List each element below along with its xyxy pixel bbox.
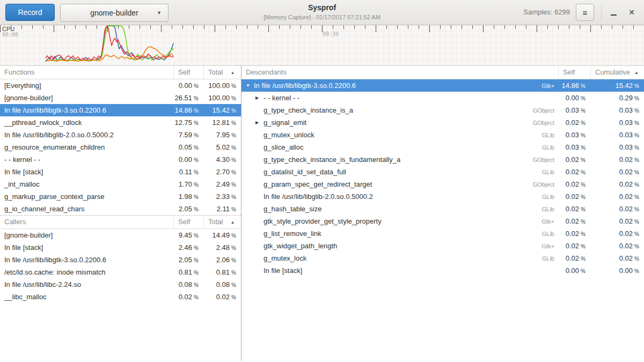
menu-button[interactable]: ≡ bbox=[576, 4, 594, 21]
self-value: 0.02% bbox=[558, 254, 590, 262]
total-value: 5.02% bbox=[203, 143, 241, 151]
descendants-column-header[interactable]: Descendants bbox=[241, 66, 558, 79]
total-value: 7.95% bbox=[203, 131, 241, 139]
table-row[interactable]: - - kernel - -0.00%4.30% bbox=[0, 153, 241, 166]
functions-panel: Functions Self Total▲ [Everything]0.00%1… bbox=[0, 66, 241, 362]
chevron-down-icon: ▼ bbox=[157, 10, 162, 16]
tree-row[interactable]: ▶g_signal_emitGObject0.02%0.03% bbox=[241, 116, 644, 129]
cumulative-value: 0.03% bbox=[590, 131, 644, 139]
descendant-name: g_hash_table_size bbox=[264, 205, 321, 213]
tree-row[interactable]: g_mutex_lockGLib0.02%0.02% bbox=[241, 252, 644, 264]
cumulative-value: 0.02% bbox=[590, 217, 644, 225]
descendant-name: g_type_check_instance_is_a bbox=[264, 106, 353, 114]
tree-row[interactable]: g_hash_table_sizeGLib0.02%0.02% bbox=[241, 203, 644, 215]
cpu-usage-lines bbox=[0, 25, 644, 65]
total-value: 14.49% bbox=[203, 231, 241, 239]
minimize-button[interactable] bbox=[604, 3, 623, 21]
cumulative-value: 0.03% bbox=[590, 106, 644, 114]
library-tag: GLib bbox=[542, 231, 558, 237]
library-tag: GLib bbox=[542, 144, 558, 151]
function-name: __libc_malloc bbox=[0, 293, 173, 301]
callers-column-header[interactable]: Callers bbox=[0, 216, 173, 228]
total-value: 4.30% bbox=[203, 156, 241, 164]
table-row[interactable]: g_io_channel_read_chars2.05%2.11% bbox=[0, 203, 241, 215]
function-name: g_markup_parse_context_parse bbox=[0, 193, 173, 201]
self-column-header[interactable]: Self bbox=[173, 216, 203, 228]
self-value: 0.81% bbox=[173, 268, 203, 276]
descendant-name: g_param_spec_get_redirect_target bbox=[264, 180, 372, 188]
tree-row[interactable]: gtk_widget_path_lengthGtk+0.02%0.02% bbox=[241, 240, 644, 252]
library-tag: Gtk+ bbox=[541, 83, 558, 89]
table-row[interactable]: [gnome-builder]26.51%100.00% bbox=[0, 92, 241, 104]
functions-column-header[interactable]: Functions bbox=[0, 66, 173, 79]
table-row[interactable]: g_resource_enumerate_children0.05%5.02% bbox=[0, 141, 241, 153]
close-button[interactable]: ✕ bbox=[623, 3, 641, 21]
table-row[interactable]: g_markup_parse_context_parse1.98%2.33% bbox=[0, 190, 241, 203]
window-title: Sysprof bbox=[172, 3, 472, 12]
table-row[interactable]: _int_malloc1.70%2.49% bbox=[0, 178, 241, 190]
descendants-list: ▼In file /usr/lib/libgtk-3.so.0.2200.6Gt… bbox=[241, 79, 644, 277]
self-column-header[interactable]: Self bbox=[173, 66, 203, 79]
library-tag: GObject bbox=[533, 157, 558, 163]
total-value: 2.33% bbox=[203, 193, 241, 201]
table-row[interactable]: In file [stack]0.11%2.70% bbox=[0, 166, 241, 178]
self-value: 0.03% bbox=[558, 131, 590, 139]
descendant-name: g_type_check_instance_is_fundamentally_a bbox=[264, 156, 400, 164]
total-column-header[interactable]: Total▲ bbox=[203, 216, 241, 228]
timeline-label-mid: 00:30 bbox=[323, 31, 339, 37]
cpu-usage-graph[interactable]: CPU 00:00 00:30 bbox=[0, 25, 644, 66]
self-value: 0.02% bbox=[558, 119, 590, 127]
descendants-panel: Descendants Self Cumulative▲ ▼In file /u… bbox=[241, 66, 644, 362]
descendant-name-cell: g_slice_allocGLib bbox=[241, 143, 558, 151]
tree-row[interactable]: ▼In file /usr/lib/libgtk-3.so.0.2200.6Gt… bbox=[241, 79, 644, 92]
total-value: 2.06% bbox=[203, 256, 241, 264]
tree-row[interactable]: In file [stack]0.00%0.00% bbox=[241, 264, 644, 277]
window-subtitle: [Memory Capture] - 01/17/2017 07:21:52 A… bbox=[172, 14, 472, 20]
record-button[interactable]: Record bbox=[5, 4, 55, 21]
table-row[interactable]: In file /usr/lib/libglib-2.0.so.0.5000.2… bbox=[0, 129, 241, 141]
descendant-name: g_list_remove_link bbox=[264, 230, 321, 238]
table-row[interactable]: In file /usr/lib/libgtk-3.so.0.2200.62.0… bbox=[0, 254, 241, 266]
cumulative-value: 0.03% bbox=[590, 143, 644, 151]
self-value: 0.00% bbox=[558, 94, 590, 102]
tree-row[interactable]: g_datalist_id_set_data_fullGLib0.02%0.02… bbox=[241, 166, 644, 178]
self-column-header[interactable]: Self bbox=[558, 66, 590, 79]
tree-row[interactable]: ▶- - kernel - -0.00%0.29% bbox=[241, 92, 644, 104]
tree-row[interactable]: gtk_style_provider_get_style_propertyGtk… bbox=[241, 215, 644, 227]
tree-row[interactable]: g_param_spec_get_redirect_targetGObject0… bbox=[241, 178, 644, 190]
self-value: 0.02% bbox=[558, 205, 590, 213]
tree-row[interactable]: g_list_remove_linkGLib0.02%0.02% bbox=[241, 227, 644, 240]
table-row[interactable]: In file [stack]2.46%2.48% bbox=[0, 241, 241, 254]
self-value: 14.86% bbox=[558, 82, 590, 90]
descendant-name: g_mutex_unlock bbox=[264, 131, 314, 139]
self-value: 1.98% bbox=[173, 193, 203, 201]
library-tag: GLib bbox=[542, 132, 558, 138]
tree-row[interactable]: g_type_check_instance_is_aGObject0.03%0.… bbox=[241, 104, 644, 116]
tree-row[interactable]: g_slice_allocGLib0.03%0.03% bbox=[241, 141, 644, 153]
function-name: - - kernel - - bbox=[0, 156, 173, 164]
table-row[interactable]: [gnome-builder]9.45%14.49% bbox=[0, 229, 241, 241]
header-separator bbox=[601, 4, 602, 20]
hamburger-icon: ≡ bbox=[583, 8, 588, 17]
cumulative-value: 0.02% bbox=[590, 205, 644, 213]
target-process-select[interactable]: gnome-builder ▼ bbox=[60, 4, 169, 22]
total-column-header[interactable]: Total▲ bbox=[203, 66, 241, 79]
tree-row[interactable]: In file /usr/lib/libglib-2.0.so.0.5000.2… bbox=[241, 190, 644, 203]
expander-closed-icon[interactable]: ▶ bbox=[255, 95, 264, 100]
table-row[interactable]: /etc/ld.so.cache: inode mismatch0.81%0.8… bbox=[0, 266, 241, 278]
library-tag: GLib bbox=[542, 206, 558, 212]
expander-closed-icon[interactable]: ▶ bbox=[255, 120, 264, 125]
expander-open-icon[interactable]: ▼ bbox=[246, 83, 254, 88]
table-row[interactable]: __libc_malloc0.02%0.02% bbox=[0, 291, 241, 303]
descendant-name: g_datalist_id_set_data_full bbox=[264, 168, 346, 176]
table-row[interactable]: In file /usr/lib/libc-2.24.so0.08%0.08% bbox=[0, 278, 241, 291]
table-row[interactable]: [Everything]0.00%100.00% bbox=[0, 79, 241, 92]
functions-list: [Everything]0.00%100.00%[gnome-builder]2… bbox=[0, 79, 241, 215]
cumulative-column-header[interactable]: Cumulative▲ bbox=[590, 66, 644, 79]
table-row[interactable]: In file /usr/lib/libgtk-3.so.0.2200.614.… bbox=[0, 104, 241, 116]
total-value: 0.08% bbox=[203, 280, 241, 289]
total-value: 15.42% bbox=[203, 106, 241, 114]
table-row[interactable]: __pthread_rwlock_rdlock12.75%12.81% bbox=[0, 116, 241, 129]
tree-row[interactable]: g_mutex_unlockGLib0.03%0.03% bbox=[241, 129, 644, 141]
tree-row[interactable]: g_type_check_instance_is_fundamentally_a… bbox=[241, 153, 644, 166]
